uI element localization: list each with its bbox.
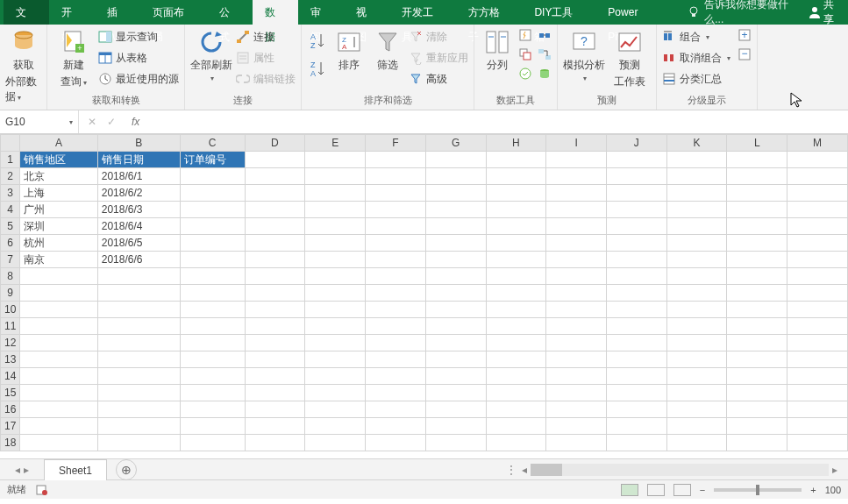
advanced-filter-button[interactable]: 高级	[409, 70, 468, 88]
cell[interactable]	[245, 168, 305, 185]
tab-data[interactable]: 数据	[253, 0, 298, 25]
new-query-button[interactable]: + 新建 查询▾	[53, 28, 95, 89]
cell[interactable]	[366, 335, 426, 351]
cell[interactable]: 2018/6/6	[97, 252, 180, 268]
reapply-button[interactable]: 重新应用	[409, 49, 468, 67]
horizontal-scrollbar[interactable]	[531, 464, 829, 476]
cell[interactable]	[727, 435, 787, 451]
cell[interactable]	[180, 202, 245, 218]
tab-developer[interactable]: 开发工具	[389, 0, 456, 25]
remove-duplicates-icon[interactable]	[518, 47, 532, 61]
cell[interactable]	[425, 202, 486, 218]
cell[interactable]	[606, 152, 666, 168]
cell[interactable]	[486, 385, 546, 401]
row-header[interactable]: 12	[1, 335, 20, 351]
cell[interactable]	[546, 152, 607, 168]
cell[interactable]	[486, 368, 546, 385]
cell[interactable]	[180, 235, 245, 252]
cell[interactable]	[727, 418, 787, 435]
row-header[interactable]: 17	[1, 418, 20, 435]
cell[interactable]	[666, 385, 727, 401]
data-validation-icon[interactable]	[518, 67, 532, 81]
cell[interactable]: 南京	[20, 252, 97, 268]
cell[interactable]: 杭州	[20, 235, 97, 252]
get-external-data-button[interactable]: 获取 外部数据▾	[5, 28, 41, 104]
cell[interactable]	[97, 368, 180, 385]
cell[interactable]	[180, 418, 245, 435]
cell[interactable]	[606, 318, 666, 335]
clear-filter-button[interactable]: 清除	[409, 28, 468, 46]
cell[interactable]	[546, 302, 607, 318]
cell[interactable]	[245, 285, 305, 302]
cell[interactable]	[305, 218, 366, 235]
cell[interactable]	[546, 218, 607, 235]
cell[interactable]	[305, 302, 366, 318]
cell[interactable]	[305, 252, 366, 268]
column-header[interactable]: J	[606, 135, 666, 152]
connections-button[interactable]: 连接	[236, 28, 296, 46]
cell[interactable]	[20, 435, 97, 451]
tab-file[interactable]: 文件	[4, 0, 49, 25]
column-header[interactable]: K	[666, 135, 727, 152]
zoom-in-button[interactable]: +	[810, 485, 816, 495]
enter-icon[interactable]: ✓	[107, 116, 116, 128]
row-header[interactable]: 1	[1, 152, 20, 168]
cell[interactable]	[486, 435, 546, 451]
cell[interactable]	[425, 418, 486, 435]
cell[interactable]	[180, 318, 245, 335]
cell[interactable]	[666, 435, 727, 451]
cell[interactable]: 2018/6/1	[97, 168, 180, 185]
cell[interactable]	[727, 401, 787, 418]
cell[interactable]	[666, 268, 727, 285]
cell[interactable]	[180, 268, 245, 285]
normal-view-button[interactable]	[621, 484, 638, 496]
filter-button[interactable]: 筛选	[370, 28, 405, 73]
cell[interactable]	[245, 218, 305, 235]
zoom-out-button[interactable]: −	[700, 485, 705, 495]
cell[interactable]	[425, 335, 486, 351]
cell[interactable]	[425, 185, 486, 202]
cell[interactable]	[305, 368, 366, 385]
edit-links-button[interactable]: 编辑链接	[236, 70, 296, 88]
subtotal-button[interactable]: 分类汇总	[662, 70, 730, 88]
cell[interactable]	[20, 401, 97, 418]
cell[interactable]	[97, 285, 180, 302]
cell[interactable]	[366, 318, 426, 335]
row-header[interactable]: 18	[1, 435, 20, 451]
cell[interactable]	[486, 401, 546, 418]
split-handle[interactable]: ⋮	[506, 464, 517, 476]
row-header[interactable]: 5	[1, 218, 20, 235]
cell[interactable]	[666, 318, 727, 335]
cell[interactable]	[245, 268, 305, 285]
cell[interactable]	[366, 168, 426, 185]
cell[interactable]	[366, 252, 426, 268]
show-detail-icon[interactable]: +	[738, 28, 752, 42]
cell[interactable]	[787, 351, 848, 368]
cell[interactable]	[486, 168, 546, 185]
row-header[interactable]: 3	[1, 185, 20, 202]
cell[interactable]	[97, 385, 180, 401]
cell[interactable]	[666, 168, 727, 185]
cell[interactable]	[305, 185, 366, 202]
cell[interactable]	[425, 318, 486, 335]
cell[interactable]	[546, 252, 607, 268]
cell[interactable]	[606, 235, 666, 252]
cell[interactable]	[366, 418, 426, 435]
select-all-corner[interactable]	[1, 135, 20, 152]
cell[interactable]	[546, 351, 607, 368]
column-header[interactable]: G	[425, 135, 486, 152]
cell[interactable]	[727, 185, 787, 202]
cell[interactable]	[666, 152, 727, 168]
cell[interactable]	[727, 318, 787, 335]
cell[interactable]	[245, 351, 305, 368]
cell[interactable]	[546, 335, 607, 351]
cell[interactable]	[486, 418, 546, 435]
cell[interactable]	[787, 418, 848, 435]
formula-input[interactable]	[148, 110, 848, 133]
cell[interactable]	[787, 285, 848, 302]
cell[interactable]	[305, 401, 366, 418]
row-header[interactable]: 13	[1, 351, 20, 368]
cell[interactable]	[245, 302, 305, 318]
cell[interactable]: 2018/6/5	[97, 235, 180, 252]
cell[interactable]	[366, 152, 426, 168]
